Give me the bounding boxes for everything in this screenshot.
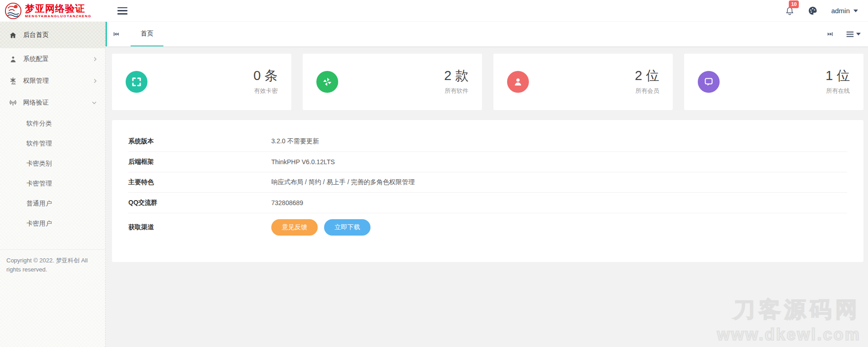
download-button[interactable]: 立即下载 (324, 219, 371, 236)
sidebar-item-label: 权限管理 (23, 77, 93, 85)
member-icon (507, 71, 529, 93)
logo: 梦亚网络验证 MENGYAWANGLUOYANZHENG (0, 0, 106, 21)
info-label: QQ交流群 (128, 199, 271, 207)
info-row-version: 系统版本 3.2.0 不需要更新 (128, 131, 847, 152)
channel-buttons: 意见反馈 立即下载 (271, 219, 375, 236)
stat-text: 2 款 所有软件 (444, 69, 468, 95)
list-icon (846, 31, 854, 37)
info-label: 获取渠道 (128, 223, 271, 231)
tab-scroll-right-icon[interactable] (827, 31, 833, 37)
stat-label: 所有会员 (635, 87, 659, 95)
notification-bell-icon[interactable]: 10 (785, 6, 794, 16)
stat-value: 1 位 (826, 69, 850, 83)
stat-card-software: 2 款 所有软件 (303, 54, 482, 110)
tab-label: 首页 (141, 30, 153, 38)
stat-value: 0 条 (254, 69, 278, 83)
logo-text: 梦亚网络验证 MENGYAWANGLUOYANZHENG (25, 4, 91, 18)
stat-value: 2 款 (444, 69, 468, 83)
stat-label: 所有软件 (444, 87, 468, 95)
tab-home[interactable]: 首页 (131, 22, 163, 46)
stat-label: 所有在线 (826, 87, 850, 95)
stat-card-valid-cards: 0 条 有效卡密 (112, 54, 291, 110)
logo-title: 梦亚网络验证 (25, 4, 91, 14)
sidebar-subitem-card-category[interactable]: 卡密类别 (0, 154, 105, 174)
sidebar-subitem-label: 普通用户 (26, 200, 52, 208)
watermark-line2: www.dkewl.com (717, 325, 861, 344)
sidebar-subitem-label: 卡密类别 (26, 160, 52, 168)
sidebar-item-permissions[interactable]: A/C 权限管理 (0, 70, 105, 92)
info-row-channels: 获取渠道 意见反馈 立即下载 (128, 213, 847, 241)
info-label: 系统版本 (128, 137, 271, 146)
home-icon (9, 31, 17, 39)
feedback-button[interactable]: 意见反馈 (271, 219, 318, 236)
tab-scroll-left-icon[interactable] (113, 31, 120, 37)
stat-card-online: 1 位 所有在线 (684, 54, 863, 110)
sidebar-subitem-normal-users[interactable]: 普通用户 (0, 194, 105, 214)
tab-options-menu[interactable] (846, 31, 861, 37)
theme-palette-icon[interactable] (808, 6, 817, 15)
info-value: 3.2.0 不需要更新 (271, 137, 319, 146)
main-content: 0 条 有效卡密 2 款 所有软件 (106, 46, 868, 347)
stat-text: 2 位 所有会员 (635, 69, 659, 95)
sidebar-subitem-label: 卡密管理 (26, 180, 52, 188)
site-watermark: 刀客源码网 www.dkewl.com (717, 295, 861, 344)
info-row-qq-group: QQ交流群 732808689 (128, 193, 847, 213)
auth-icon: A/C (9, 77, 17, 85)
info-value: ThinkPHP V6.0.12LTS (271, 158, 335, 166)
sidebar-subitem-software-manage[interactable]: 软件管理 (0, 134, 105, 154)
watermark-line1: 刀客源码网 (717, 295, 861, 324)
sidebar-item-network-verify[interactable]: 网络验证 (0, 92, 105, 114)
chat-bubble-icon (698, 71, 720, 93)
chevron-right-icon (93, 56, 97, 62)
info-row-features: 主要特色 响应式布局 / 简约 / 易上手 / 完善的多角色权限管理 (128, 172, 847, 193)
sidebar: 后台首页 系统配置 A/C 权限管理 (0, 22, 106, 347)
chevron-down-icon (853, 10, 858, 12)
admin-dashboard: 梦亚网络验证 MENGYAWANGLUOYANZHENG 10 (0, 0, 868, 347)
sidebar-subitem-label: 软件管理 (26, 140, 52, 148)
sidebar-subitem-card-users[interactable]: 卡密用户 (0, 214, 105, 234)
chevron-down-icon (856, 33, 861, 35)
user-menu[interactable]: admin (831, 7, 858, 15)
username: admin (831, 7, 850, 15)
network-icon (9, 99, 17, 107)
stat-value: 2 位 (635, 69, 659, 83)
info-label: 后端框架 (128, 158, 271, 166)
sidebar-item-system-config[interactable]: 系统配置 (0, 48, 105, 70)
user-icon (9, 55, 17, 63)
sidebar-item-label: 后台首页 (23, 31, 97, 39)
info-label: 主要特色 (128, 178, 271, 186)
info-row-framework: 后端框架 ThinkPHP V6.0.12LTS (128, 152, 847, 172)
sidebar-item-home[interactable]: 后台首页 (0, 22, 105, 48)
logo-icon (5, 2, 22, 20)
pinwheel-icon (316, 71, 338, 93)
stat-card-members: 2 位 所有会员 (493, 54, 673, 110)
info-value: 响应式布局 / 简约 / 易上手 / 完善的多角色权限管理 (271, 178, 415, 186)
sidebar-subitem-software-category[interactable]: 软件分类 (0, 114, 105, 134)
sidebar-item-label: 系统配置 (23, 55, 93, 63)
stat-cards-row: 0 条 有效卡密 2 款 所有软件 (112, 54, 863, 110)
info-value: 732808689 (271, 199, 303, 206)
tab-bar: 首页 (106, 22, 868, 46)
stat-text: 1 位 所有在线 (826, 69, 850, 95)
stat-label: 有效卡密 (254, 87, 278, 95)
sidebar-subitem-label: 卡密用户 (26, 220, 52, 228)
stat-text: 0 条 有效卡密 (254, 69, 278, 95)
sidebar-copyright: Copyright © 2022. 梦亚科创 All rights reserv… (0, 249, 105, 274)
menu-toggle-icon[interactable] (117, 7, 127, 15)
corners-icon (126, 71, 147, 93)
chevron-right-icon (93, 78, 97, 84)
top-header: 梦亚网络验证 MENGYAWANGLUOYANZHENG 10 (0, 0, 868, 22)
sidebar-subitem-card-manage[interactable]: 卡密管理 (0, 174, 105, 194)
sidebar-item-label: 网络验证 (23, 99, 91, 107)
system-info-panel: 系统版本 3.2.0 不需要更新 后端框架 ThinkPHP V6.0.12LT… (112, 120, 863, 262)
logo-subtitle: MENGYAWANGLUOYANZHENG (25, 15, 91, 18)
svg-text:A/C: A/C (11, 82, 16, 85)
tabbar-right-controls (827, 31, 868, 37)
chevron-down-icon (91, 101, 97, 105)
sidebar-subitem-label: 软件分类 (26, 120, 52, 128)
header-actions: 10 admin (785, 6, 868, 16)
notification-badge: 10 (789, 0, 799, 8)
